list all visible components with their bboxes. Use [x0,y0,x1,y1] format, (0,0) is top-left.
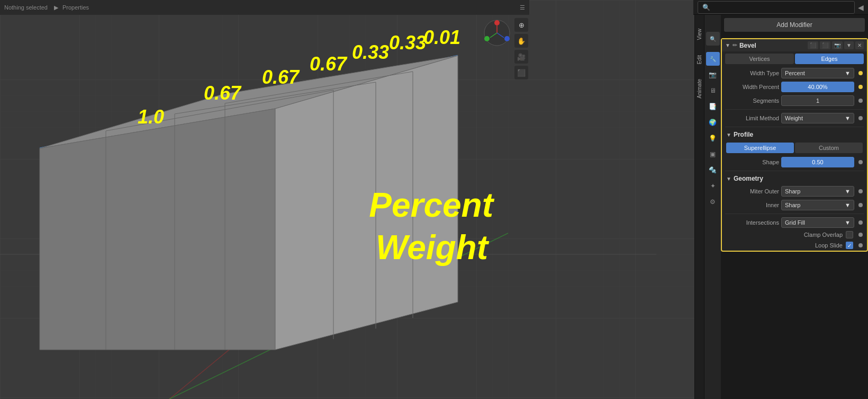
width-percent-dot [858,85,863,89]
viewport-grid [0,0,694,399]
properties-main: ◀ ▣ Cube ✏ Bevel 📌 ⬜ Add Modifier ▼ ✏ Be… [721,0,868,399]
search-icon-tab[interactable]: 🔍 [706,32,720,46]
wrench-tab[interactable]: 🔧 [706,52,720,66]
svg-rect-1 [0,0,694,399]
segments-input[interactable]: 1 [781,95,854,106]
physics-tab[interactable]: ⚙ [706,195,720,209]
nothing-selected-label: Nothing selected [4,4,48,11]
miter-outer-label: Miter Outer [726,188,779,194]
bevel-icon-close[interactable]: ✕ [855,41,864,49]
particles-tab[interactable]: ✦ [706,179,720,193]
weight-label-7: 0.01 [423,26,460,49]
svg-marker-7 [40,109,275,350]
segments-row: Segments 1 [722,94,867,108]
output-tab[interactable]: 🖥 [706,84,720,97]
camera-btn[interactable]: ⬛ [514,66,528,79]
clamp-overlap-checkbox[interactable] [846,231,853,238]
animate-label: Animate [697,77,702,101]
divider-2 [725,127,864,127]
render-tab[interactable]: 📷 [706,68,720,82]
grab-tool-btn[interactable]: ✋ [514,34,528,48]
profile-section-header[interactable]: ▼ Profile [722,129,867,140]
bevel-icon-render[interactable]: 📷 [832,41,843,49]
bevel-expand-arrow[interactable]: ▼ [725,42,730,48]
expand-btn[interactable]: ◀ [858,3,864,12]
clamp-dot [858,233,863,237]
divider-3 [725,171,864,171]
top-right-bar: ◀ [693,0,868,15]
segments-dot [858,99,863,103]
bevel-header-icons: ⬛ ⬛ 📷 ▼ ✕ [808,41,864,49]
properties-search[interactable] [698,1,855,14]
scene-tab[interactable]: 🌍 [706,116,720,129]
camera-orbit-btn[interactable]: 🎥 [514,50,528,64]
intersections-row: Intersections Grid Fill ▼ [722,216,867,229]
width-percent-row: Width Percent 40.00% [722,80,867,94]
vertices-tab-btn[interactable]: Vertices [725,54,794,64]
inner-row: Inner Sharp ▼ [722,198,867,212]
main-viewport[interactable]: Nothing selected ▶ Properties ☰ 1.0 0.67… [0,0,694,399]
limit-method-value: Weight [785,115,803,121]
loop-slide-row: Loop Slide ✓ [722,240,867,251]
loop-slide-checkbox[interactable]: ✓ [846,242,853,249]
limit-method-arrow: ▼ [845,115,851,121]
superellipse-btn[interactable]: Superellipse [726,143,794,153]
view-label: View [697,26,702,42]
width-type-row: Width Type Percent ▼ [722,66,867,80]
intersections-arrow: ▼ [845,219,851,226]
weight-label-3: 0.67 [262,66,299,88]
segments-label: Segments [726,97,779,104]
bevel-check-icon: ✏ [733,42,737,49]
add-modifier-btn[interactable]: Add Modifier [724,18,865,32]
arrow-icon: ▶ [54,4,58,11]
width-type-select[interactable]: Percent ▼ [781,68,854,78]
properties-full-panel: Add Modifier ▼ ✏ Bevel ⬛ ⬛ 📷 ▼ ✕ [721,15,868,399]
big-label-weight: Weight [376,228,488,267]
custom-btn[interactable]: Custom [795,143,863,153]
shape-row: Shape 0.50 [722,155,867,169]
loop-slide-label: Loop Slide [726,242,843,249]
inner-select[interactable]: Sharp ▼ [781,200,854,210]
geometry-section-header[interactable]: ▼ Geometry [722,173,867,184]
big-label-percent: Percent [369,185,493,225]
divider-1 [725,109,864,110]
svg-point-20 [484,36,490,41]
vertex-edge-tabs: Vertices Edges [725,54,864,64]
weight-label-5: 0.33 [352,41,389,64]
miter-outer-dot [858,189,863,193]
bevel-icon-down[interactable]: ▼ [844,41,854,49]
width-type-arrow: ▼ [845,70,851,76]
intersections-dot [858,220,863,225]
miter-outer-select[interactable]: Sharp ▼ [781,186,854,197]
modifier-add-section: Add Modifier [721,15,868,38]
edges-tab-btn[interactable]: Edges [795,54,864,64]
shape-input[interactable]: 0.50 [781,157,854,167]
view-layer-tab[interactable]: 📑 [706,100,720,113]
weight-label-4: 0.67 [310,53,347,75]
bevel-icon-mesh[interactable]: ⬛ [808,41,818,49]
miter-outer-row: Miter Outer Sharp ▼ [722,184,867,198]
bevel-icon-edit[interactable]: ⬛ [820,41,830,49]
bevel-title: Bevel [739,42,756,49]
world-tab[interactable]: 💡 [706,131,720,145]
miter-outer-arrow: ▼ [845,188,851,194]
profile-arrow: ▼ [726,132,731,138]
object-tab[interactable]: ▣ [706,147,720,161]
limit-method-select[interactable]: Weight ▼ [781,113,854,123]
nav-sphere[interactable] [483,19,512,48]
svg-marker-6 [40,56,458,148]
viewport-toolbar: Nothing selected ▶ Properties ☰ [0,0,529,15]
menu-icon: ☰ [520,4,525,11]
inner-label: Inner [726,202,779,208]
geometry-title: Geometry [734,175,763,182]
cursor-tool-btn[interactable]: ⊕ [514,18,528,32]
width-percent-input[interactable]: 40.00% [781,82,854,92]
shape-label: Shape [726,159,779,165]
modifier-tab[interactable]: 🔩 [706,163,720,177]
profile-title: Profile [734,131,753,138]
svg-point-21 [504,36,510,41]
bevel-header: ▼ ✏ Bevel ⬛ ⬛ 📷 ▼ ✕ [722,39,867,51]
svg-line-17 [225,72,413,103]
intersections-select[interactable]: Grid Fill ▼ [781,217,854,228]
clamp-overlap-row: Clamp Overlap [722,229,867,240]
